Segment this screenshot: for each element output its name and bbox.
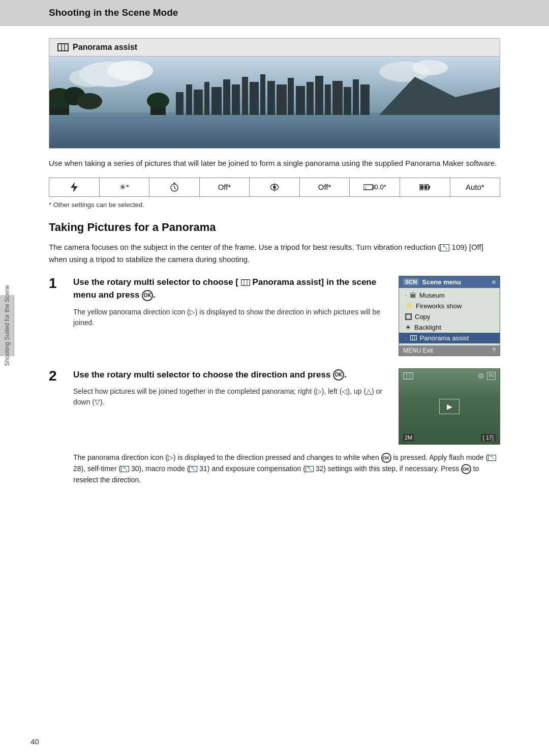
megapixel-indicator: 2M <box>403 434 414 441</box>
copy-icon <box>405 313 412 320</box>
scene-menu-items: · 🏛 Museum ✨ Fireworks show <box>399 288 500 345</box>
svg-rect-29 <box>353 79 359 115</box>
setting-auto: Auto* <box>450 178 500 196</box>
panorama-image <box>49 56 500 148</box>
scene-menu-header: SCN Scene menu ≡ <box>399 276 500 288</box>
svg-rect-30 <box>360 84 370 115</box>
viewfinder-pano-icon <box>403 372 413 380</box>
scene-menu-item-copy: Copy <box>399 311 500 322</box>
copy-label: Copy <box>415 313 430 321</box>
step-2-detail2: The panorama direction icon (▷) is displ… <box>73 452 500 486</box>
camera-viewfinder: IN ▶ 2M [ 17] <box>399 368 500 445</box>
menu-exit-label: MENU Exit <box>403 347 433 354</box>
ref-icon-2: 🔧 <box>488 455 496 461</box>
svg-rect-24 <box>307 82 314 115</box>
settings-table: ✳* Off* Off* <box>49 178 500 197</box>
viewfinder-center: ▶ <box>439 399 460 414</box>
scene-menu-item-backlight: ☀ Backlight <box>399 322 500 333</box>
svg-rect-61 <box>406 314 411 319</box>
svg-rect-25 <box>315 76 323 115</box>
scene-menu-item-museum: · 🏛 Museum <box>399 290 500 301</box>
panorama-svg <box>49 56 500 148</box>
ref-icon-1: 🔧 <box>440 244 449 251</box>
svg-rect-20 <box>267 81 275 115</box>
svg-point-6 <box>69 69 110 87</box>
help-icon: ? <box>492 347 496 354</box>
fireworks-label: Fireworks show <box>416 302 462 310</box>
scene-menu-footer: MENU Exit ? <box>399 345 500 356</box>
panorama-label: Panorama assist <box>420 334 469 342</box>
svg-rect-23 <box>296 86 305 115</box>
svg-text:Z: Z <box>364 186 367 190</box>
setting-ev: Z 0.0* <box>350 178 400 196</box>
page: Shooting in the Scene Mode Shooting Suit… <box>0 0 549 756</box>
setting-battery <box>400 178 450 196</box>
svg-rect-27 <box>332 81 343 115</box>
section-title: Taking Pictures for a Panorama <box>49 221 500 234</box>
section-intro: The camera focuses on the subject in the… <box>49 241 500 266</box>
svg-rect-10 <box>176 92 184 115</box>
setting-off2: Off* <box>300 178 350 196</box>
panorama-assist-header: Panorama assist <box>49 39 500 56</box>
svg-marker-41 <box>71 182 78 192</box>
panorama-assist-label: Panorama assist <box>73 43 137 52</box>
viewfinder-bottom: 2M [ 17] <box>403 434 496 441</box>
ok-inline-2: OK <box>461 464 471 474</box>
svg-rect-57 <box>241 279 250 285</box>
svg-point-37 <box>147 93 169 109</box>
step-2: 2 Use the rotary multi selector to choos… <box>49 368 500 486</box>
svg-rect-62 <box>410 336 416 340</box>
viewfinder-in-label: IN <box>487 372 496 380</box>
museum-icon: 🏛 <box>410 292 416 299</box>
panorama-description: Use when taking a series of pictures tha… <box>49 158 500 169</box>
fireworks-icon: ✨ <box>405 302 413 309</box>
backlight-icon: ☀ <box>405 324 411 331</box>
viewfinder-direction-arrow: ▶ <box>447 402 452 411</box>
ref-icon-4: 🔧 <box>189 466 197 472</box>
svg-rect-12 <box>194 90 203 115</box>
ref-icon-3: 🔧 <box>121 466 129 472</box>
svg-point-35 <box>77 93 102 109</box>
step-2-content: Use the rotary multi selector to choose … <box>73 368 500 486</box>
svg-point-8 <box>412 60 448 75</box>
museum-label: Museum <box>419 292 445 299</box>
step-1: 1 Use the rotary multi selector to choos… <box>49 276 500 356</box>
svg-rect-17 <box>242 77 248 115</box>
page-number: 40 <box>30 737 39 746</box>
viewfinder-gear-icon <box>477 372 485 380</box>
svg-rect-18 <box>250 82 259 115</box>
svg-rect-15 <box>223 79 230 115</box>
panorama-small-icon <box>410 335 417 340</box>
ev-icon: Z <box>363 183 375 192</box>
ok-inline: OK <box>381 453 391 463</box>
panorama-header-icon <box>57 43 69 51</box>
ok-button-2: OK <box>333 369 344 381</box>
settings-note: * Other settings can be selected. <box>49 201 500 209</box>
svg-rect-65 <box>404 372 413 379</box>
scene-menu-item-panorama: · Panorama assist <box>399 333 500 343</box>
svg-point-5 <box>107 61 153 81</box>
battery-icon <box>419 184 431 191</box>
svg-rect-14 <box>211 87 222 115</box>
scene-menu-title: Scene menu <box>422 278 461 286</box>
step-1-detail: The yellow panorama direction icon (▷) i… <box>73 307 388 328</box>
setting-wb: ✳* <box>100 178 150 196</box>
svg-line-44 <box>174 188 176 189</box>
step-1-number: 1 <box>49 276 65 356</box>
page-title: Shooting in the Scene Mode <box>49 7 178 18</box>
svg-rect-21 <box>277 84 287 115</box>
flash-icon <box>71 182 78 192</box>
frame-count: [ 17] <box>481 434 496 441</box>
ref-icon-5: 🔧 <box>306 466 314 472</box>
svg-rect-22 <box>288 78 294 115</box>
svg-rect-0 <box>58 44 68 51</box>
step-2-instruction: Use the rotary multi selector to choose … <box>73 368 388 382</box>
step-2-text: Use the rotary multi selector to choose … <box>73 368 388 412</box>
selected-dot: · <box>405 334 407 342</box>
step-2-number: 2 <box>49 368 65 486</box>
scene-menu-lines-icon: ≡ <box>492 278 496 286</box>
step-1-main: Use the rotary multi selector to choose … <box>73 276 500 356</box>
svg-rect-19 <box>260 74 265 115</box>
svg-rect-28 <box>344 87 351 115</box>
ok-button-1: OK <box>142 290 153 301</box>
